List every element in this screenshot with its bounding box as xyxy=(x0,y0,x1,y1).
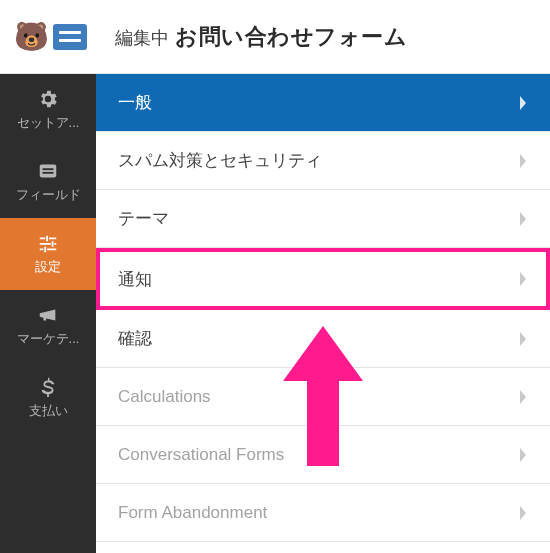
sidebar-item-fields[interactable]: フィールド xyxy=(0,146,96,218)
settings-item-label: Conversational Forms xyxy=(118,445,284,465)
settings-item-abandonment[interactable]: Form Abandonment xyxy=(96,484,550,542)
settings-item-confirm[interactable]: 確認 xyxy=(96,310,550,368)
settings-item-general[interactable]: 一般 xyxy=(96,74,550,132)
gear-icon xyxy=(37,88,59,110)
svg-rect-1 xyxy=(43,168,54,170)
settings-item-spam[interactable]: スパム対策とセキュリティ xyxy=(96,132,550,190)
settings-item-label: 一般 xyxy=(118,91,152,114)
dollar-icon xyxy=(37,376,59,398)
settings-item-label: スパム対策とセキュリティ xyxy=(118,149,322,172)
sidebar-item-label: マーケテ... xyxy=(17,330,80,348)
sidebar-item-label: フィールド xyxy=(16,186,81,204)
settings-item-label: Form Abandonment xyxy=(118,503,267,523)
form-icon xyxy=(53,24,87,50)
chevron-right-icon xyxy=(518,505,528,521)
settings-item-label: テーマ xyxy=(118,207,169,230)
settings-item-notifications[interactable]: 通知 xyxy=(96,248,550,310)
chevron-right-icon xyxy=(518,95,528,111)
settings-item-label: 通知 xyxy=(118,268,152,291)
sidebar-item-label: セットア... xyxy=(17,114,80,132)
sidebar-item-marketing[interactable]: マーケテ... xyxy=(0,290,96,362)
megaphone-icon xyxy=(37,304,59,326)
chevron-right-icon xyxy=(518,153,528,169)
settings-item-theme[interactable]: テーマ xyxy=(96,190,550,248)
settings-panel: 一般 スパム対策とセキュリティ テーマ 通知 確認 Calculations xyxy=(96,74,550,553)
chevron-right-icon xyxy=(518,211,528,227)
sidebar-item-label: 支払い xyxy=(29,402,68,420)
settings-item-label: Calculations xyxy=(118,387,211,407)
sidebar-item-label: 設定 xyxy=(35,258,61,276)
topbar: 🐻 編集中 お問い合わせフォーム xyxy=(0,0,550,74)
svg-rect-0 xyxy=(40,165,57,178)
chevron-right-icon xyxy=(518,447,528,463)
sliders-icon xyxy=(37,232,59,254)
app-logo: 🐻 xyxy=(14,23,87,51)
sidebar-item-setup[interactable]: セットア... xyxy=(0,74,96,146)
sidebar: セットア... フィールド 設定 マーケテ... xyxy=(0,74,96,553)
page-title: 編集中 お問い合わせフォーム xyxy=(115,22,407,52)
list-icon xyxy=(37,160,59,182)
settings-item-calculations[interactable]: Calculations xyxy=(96,368,550,426)
chevron-right-icon xyxy=(518,331,528,347)
chevron-right-icon xyxy=(518,389,528,405)
settings-item-label: 確認 xyxy=(118,327,152,350)
bear-icon: 🐻 xyxy=(14,23,49,51)
settings-item-conversational[interactable]: Conversational Forms xyxy=(96,426,550,484)
svg-rect-2 xyxy=(43,172,54,174)
title-main: お問い合わせフォーム xyxy=(175,22,407,52)
sidebar-item-payments[interactable]: 支払い xyxy=(0,362,96,434)
sidebar-item-settings[interactable]: 設定 xyxy=(0,218,96,290)
chevron-right-icon xyxy=(518,271,528,287)
title-prefix: 編集中 xyxy=(115,26,169,50)
